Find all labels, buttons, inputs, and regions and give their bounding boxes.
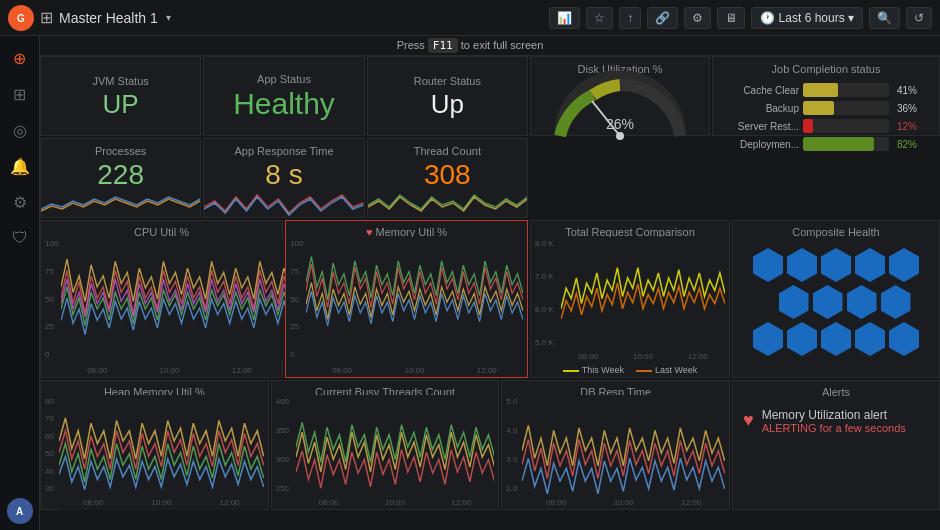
- topbar: G ⊞ Master Health 1 ▾ 📊 ☆ ↑ 🔗 ⚙ 🖥 🕐 Last…: [0, 0, 940, 36]
- job-track-2: [803, 119, 889, 133]
- composite-health-panel: Composite Health: [732, 220, 940, 378]
- router-status-value: Up: [431, 91, 464, 117]
- response-time-panel: App Response Time 8 s: [203, 138, 364, 218]
- job-row-1: Backup 36%: [719, 99, 933, 117]
- chart-add-icon: 📊: [557, 11, 572, 25]
- job-fill-2: [803, 119, 813, 133]
- job-row-0: Cache Clear 41%: [719, 81, 933, 99]
- job-label-1: Backup: [727, 103, 799, 114]
- alert-content: ♥ Memory Utilization alert ALERTING for …: [733, 400, 939, 442]
- total-request-panel: Total Request Comparison 8.0 K 7.0 K 6.0…: [530, 220, 730, 378]
- alert-heart-icon: ♥: [743, 410, 754, 431]
- router-status-label: Router Status: [414, 75, 481, 87]
- jvm-status-label: JVM Status: [93, 75, 149, 87]
- grafana-logo[interactable]: G: [8, 5, 34, 31]
- response-time-label: App Response Time: [234, 145, 333, 157]
- memory-util-panel: ♥ Memory Util % 100 75 50 25 0 08:00 10:…: [285, 220, 528, 378]
- disk-util-panel: Disk Utilization % 26%: [530, 56, 710, 136]
- link-btn[interactable]: 🔗: [647, 7, 678, 29]
- response-sparkline: [204, 189, 363, 217]
- job-fill-3: [803, 137, 874, 151]
- f11-key: F11: [428, 38, 458, 53]
- main-content: JVM Status UP App Status Healthy Router …: [40, 56, 940, 530]
- thread-sparkline: [368, 189, 527, 217]
- jvm-status-value: UP: [103, 91, 139, 117]
- busy-threads-panel: Current Busy Threads Count 400 350 300 2…: [271, 380, 500, 510]
- job-label-2: Server Rest...: [727, 121, 799, 132]
- router-status-panel: Router Status Up: [367, 56, 528, 136]
- heap-chart: [59, 395, 264, 510]
- jvm-status-panel: JVM Status UP: [40, 56, 201, 136]
- job-track-1: [803, 101, 889, 115]
- cpu-util-panel: CPU Util % 100 75 50 25 0 08:00 10:00: [40, 220, 283, 378]
- job-fill-1: [803, 101, 834, 115]
- busy-threads-chart: [296, 395, 495, 507]
- alerts-title: Alerts: [733, 381, 939, 400]
- job-fill-0: [803, 83, 838, 97]
- sidebar-item-target[interactable]: ◎: [4, 114, 36, 146]
- alerts-panel: Alerts ♥ Memory Utilization alert ALERTI…: [732, 380, 940, 510]
- sidebar-item-alerts[interactable]: 🔔: [4, 150, 36, 182]
- alert-subtitle: ALERTING for a few seconds: [762, 422, 906, 434]
- app-status-panel: App Status Healthy: [203, 56, 364, 136]
- job-completion-panel: Job Completion status Cache Clear 41% Ba…: [712, 56, 940, 136]
- processes-label: Processes: [95, 145, 146, 157]
- svg-rect-9: [296, 395, 495, 507]
- user-avatar[interactable]: A: [7, 498, 33, 524]
- share-btn[interactable]: ↑: [619, 7, 641, 29]
- processes-panel: Processes 228: [40, 138, 201, 218]
- job-pct-2: 12%: [897, 121, 925, 132]
- app-status-label: App Status: [257, 73, 311, 85]
- sidebar-item-compass[interactable]: ⊕: [4, 42, 36, 74]
- response-time-value: 8 s: [265, 161, 302, 189]
- fullscreen-bar: Press F11 to exit full screen: [0, 36, 940, 56]
- job-track-0: [803, 83, 889, 97]
- refresh-btn[interactable]: ↺: [906, 7, 932, 29]
- memory-chart: [306, 237, 523, 356]
- app-status-value: Healthy: [233, 89, 335, 119]
- add-panel-btn[interactable]: 📊: [549, 7, 580, 29]
- job-pct-0: 41%: [897, 85, 925, 96]
- sidebar-item-settings[interactable]: ⚙: [4, 186, 36, 218]
- alert-title-text: Memory Utilization alert: [762, 408, 906, 422]
- svg-point-3: [616, 132, 624, 140]
- sidebar-item-shield[interactable]: 🛡: [4, 222, 36, 254]
- job-track-3: [803, 137, 889, 151]
- job-pct-1: 36%: [897, 103, 925, 114]
- settings-btn[interactable]: ⚙: [684, 7, 711, 29]
- processes-sparkline: [41, 189, 200, 217]
- time-range-btn[interactable]: 🕐 Last 6 hours ▾: [751, 7, 863, 29]
- monitor-btn[interactable]: 🖥: [717, 7, 745, 29]
- search-btn[interactable]: 🔍: [869, 7, 900, 29]
- star-btn[interactable]: ☆: [586, 7, 613, 29]
- total-request-legend: This Week Last Week: [531, 365, 729, 375]
- job-row-2: Server Rest... 12%: [719, 117, 933, 135]
- thread-count-value: 308: [424, 161, 471, 189]
- apps-icon[interactable]: ⊞: [40, 8, 53, 27]
- disk-gauge-svg: 26%: [550, 71, 690, 141]
- total-request-chart: [561, 237, 725, 340]
- job-label-0: Cache Clear: [727, 85, 799, 96]
- cpu-chart: [61, 237, 302, 359]
- thread-count-label: Thread Count: [414, 145, 481, 157]
- dashboard-title: Master Health 1: [59, 10, 158, 26]
- processes-value: 228: [97, 161, 144, 189]
- sidebar: ⊕ ⊞ ◎ 🔔 ⚙ 🛡 A: [0, 36, 40, 530]
- thread-count-panel: Thread Count 308: [367, 138, 528, 218]
- db-resp-chart: [522, 395, 725, 509]
- job-completion-title: Job Completion status: [713, 57, 939, 77]
- db-resp-panel: DB Resp Time 5.0 4.0 3.0 2.0 08:00 10:00…: [501, 380, 730, 510]
- heap-memory-panel: Heap Memory Util % 80 70 60 50 40 30 08:…: [40, 380, 269, 510]
- sidebar-item-grid[interactable]: ⊞: [4, 78, 36, 110]
- svg-text:G: G: [17, 13, 25, 24]
- composite-health-title: Composite Health: [733, 221, 939, 240]
- title-dropdown-icon[interactable]: ▾: [166, 12, 171, 23]
- svg-text:26%: 26%: [606, 116, 634, 132]
